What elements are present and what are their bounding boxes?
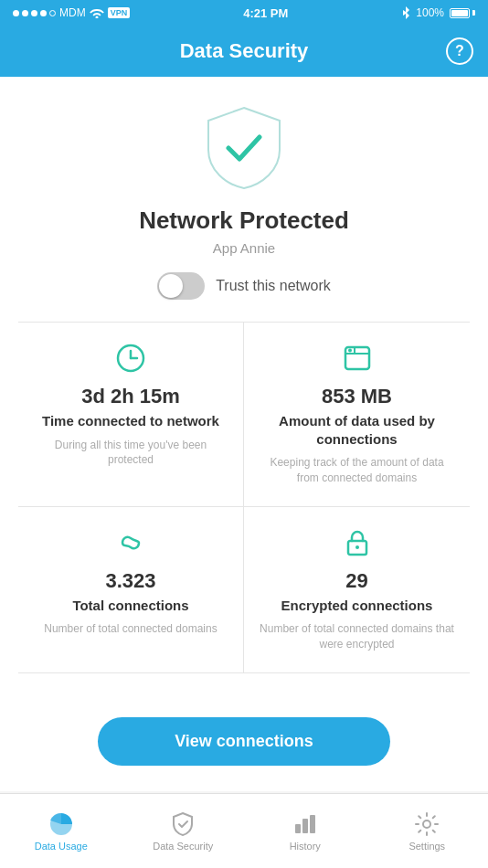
tab-data-security[interactable]: Data Security bbox=[122, 794, 245, 868]
stat-data: 853 MB Amount of data used by connection… bbox=[244, 323, 470, 507]
stats-grid: 3d 2h 15m Time connected to network Duri… bbox=[18, 323, 470, 673]
gear-icon bbox=[414, 811, 440, 837]
trust-label: Trust this network bbox=[216, 278, 331, 294]
tab-history-label: History bbox=[290, 841, 321, 852]
status-right: 100% bbox=[401, 6, 475, 19]
connections-icon bbox=[115, 527, 146, 562]
battery-indicator bbox=[450, 8, 475, 18]
carrier-label: MDM bbox=[59, 6, 86, 19]
stat-time-desc: During all this time you've been protect… bbox=[33, 438, 228, 469]
tab-settings-label: Settings bbox=[408, 841, 445, 852]
stat-encrypted-desc: Number of total connected domains that w… bbox=[259, 621, 455, 652]
trust-toggle[interactable] bbox=[157, 272, 205, 300]
clock-icon bbox=[115, 343, 146, 377]
stat-connections-desc: Number of total connected domains bbox=[44, 621, 217, 637]
view-connections-button[interactable]: View connections bbox=[98, 717, 390, 766]
signal-dots bbox=[13, 10, 56, 16]
help-icon: ? bbox=[455, 43, 464, 59]
app-header: Data Security ? bbox=[0, 26, 488, 77]
stat-encrypted-label: Encrypted connections bbox=[281, 597, 433, 615]
stat-data-desc: Keeping track of the amount of data from… bbox=[259, 455, 455, 486]
stat-data-value: 853 MB bbox=[322, 385, 392, 408]
stat-connections: 3.323 Total connections Number of total … bbox=[18, 507, 244, 673]
stat-connections-label: Total connections bbox=[72, 597, 188, 615]
svg-point-6 bbox=[348, 349, 352, 353]
stat-encrypted-value: 29 bbox=[345, 569, 367, 593]
svg-point-8 bbox=[355, 545, 359, 549]
stat-time-value: 3d 2h 15m bbox=[81, 385, 180, 408]
view-connections-wrap: View connections bbox=[0, 692, 488, 791]
tab-settings[interactable]: Settings bbox=[366, 794, 489, 868]
toggle-knob bbox=[159, 274, 183, 298]
svg-rect-10 bbox=[302, 819, 308, 833]
stat-time-label: Time connected to network bbox=[42, 412, 219, 430]
tab-data-usage-label: Data Usage bbox=[35, 841, 88, 852]
network-status-title: Network Protected bbox=[139, 206, 349, 235]
shield-icon bbox=[203, 104, 285, 192]
tab-history[interactable]: History bbox=[244, 794, 366, 868]
trust-network-row: Trust this network bbox=[18, 272, 470, 323]
page-title: Data Security bbox=[42, 39, 446, 63]
svg-rect-9 bbox=[295, 824, 301, 833]
status-left: MDM VPN bbox=[13, 6, 130, 19]
bluetooth-icon bbox=[401, 6, 410, 19]
stat-data-label: Amount of data used by connections bbox=[259, 412, 455, 448]
svg-point-12 bbox=[423, 820, 430, 828]
main-content: Network Protected App Annie Trust this n… bbox=[0, 77, 488, 692]
wifi-icon bbox=[90, 7, 104, 18]
pie-chart-icon bbox=[48, 811, 74, 837]
tab-bar: Data Usage Data Security History bbox=[0, 793, 488, 868]
stat-encrypted: 29 Encrypted connections Number of total… bbox=[244, 507, 470, 673]
vpn-badge: VPN bbox=[108, 7, 131, 18]
status-bar: MDM VPN 4:21 PM 100% bbox=[0, 0, 488, 26]
stat-connections-value: 3.323 bbox=[105, 569, 155, 593]
stat-time: 3d 2h 15m Time connected to network Duri… bbox=[18, 323, 244, 507]
network-status-sub: App Annie bbox=[213, 240, 275, 256]
help-button[interactable]: ? bbox=[446, 37, 473, 65]
lock-icon bbox=[342, 527, 373, 562]
battery-percent: 100% bbox=[416, 6, 444, 19]
status-time: 4:21 PM bbox=[243, 6, 288, 20]
shield-check-icon bbox=[170, 811, 196, 837]
data-usage-icon bbox=[342, 343, 373, 377]
tab-data-usage[interactable]: Data Usage bbox=[0, 794, 122, 868]
tab-data-security-label: Data Security bbox=[153, 841, 213, 852]
bar-chart-icon bbox=[292, 811, 318, 837]
svg-rect-11 bbox=[310, 815, 315, 833]
